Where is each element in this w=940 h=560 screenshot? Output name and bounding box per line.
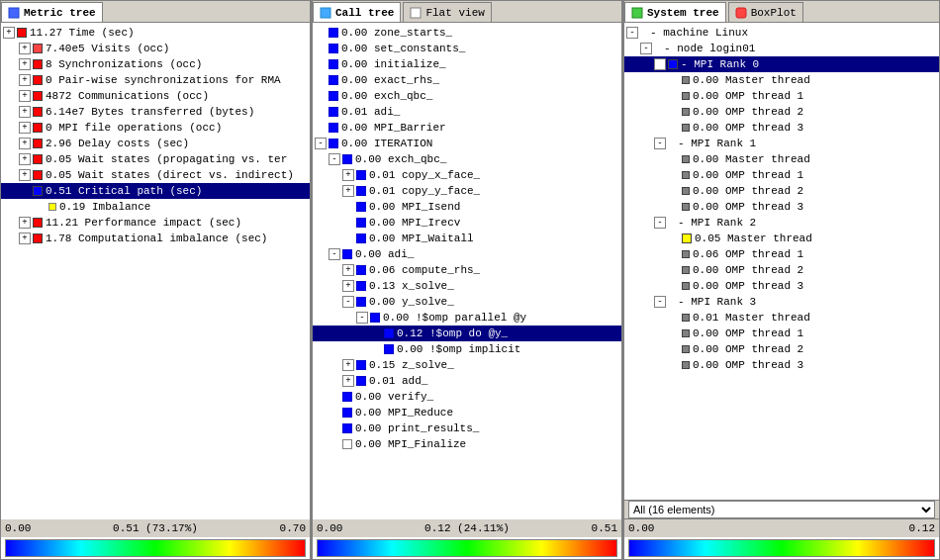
tree-item[interactable]: 0.01 adi_ [313,104,621,120]
tree-item[interactable]: -0.00 ITERATION [313,136,621,151]
expand-button[interactable]: + [342,169,354,181]
tree-item[interactable]: 0.00 exch_qbc_ [313,88,621,104]
expand-button[interactable]: + [19,233,31,244]
tree-item[interactable]: 0.00 MPI_Barrier [313,120,621,136]
expand-button[interactable]: - [315,138,327,149]
tree-item[interactable]: 0.00 verify_ [313,389,621,405]
tree-item[interactable]: 0.00 OMP thread 1 [624,88,939,104]
tree-item[interactable]: 0.00 set_constants_ [313,41,621,56]
tree-item[interactable]: 0.00 OMP thread 3 [624,357,939,373]
tree-item[interactable]: 0.00 OMP thread 2 [624,104,939,120]
tree-item[interactable]: +0.05 Wait states (propagating vs. ter [1,151,310,167]
expand-button[interactable]: + [19,58,31,70]
expand-button[interactable]: - [654,58,666,70]
tree-item[interactable]: 0.00 OMP thread 3 [624,199,939,215]
tree-item[interactable]: +1.78 Computational imbalance (sec) [1,231,310,246]
tree-item[interactable]: +0.15 z_solve_ [313,357,621,373]
tree-item[interactable]: 0.00 OMP thread 1 [624,167,939,183]
system-tree-content[interactable]: -- machine Linux-- node login01-- MPI Ra… [624,23,939,500]
tab-metric-tree[interactable]: Metric tree [1,2,103,22]
tree-item[interactable]: +0.13 x_solve_ [313,278,621,294]
tree-item[interactable]: +4872 Communications (occ) [1,88,310,104]
tree-item[interactable]: -- machine Linux [624,25,939,41]
expand-button[interactable]: + [3,27,15,39]
expand-button[interactable]: + [342,264,354,276]
tree-item[interactable]: 0.12 !$omp do @y_ [313,326,621,341]
tree-item[interactable]: +0 MPI file operations (occ) [1,120,310,136]
expand-button[interactable]: - [654,138,666,149]
elements-dropdown[interactable]: All (16 elements) [628,501,935,518]
tree-item[interactable]: +8 Synchronizations (occ) [1,56,310,72]
tree-item[interactable]: +0.01 copy_x_face_ [313,167,621,183]
tree-item[interactable]: 0.00 exact_rhs_ [313,72,621,88]
tree-item[interactable]: 0.00 OMP thread 3 [624,278,939,294]
tree-item[interactable]: -- node login01 [624,41,939,56]
tree-item[interactable]: 0.00 MPI_Irecv [313,215,621,231]
tree-item[interactable]: +6.14e7 Bytes transferred (bytes) [1,104,310,120]
tab-boxplot[interactable]: BoxPlot [728,2,803,22]
tree-item[interactable]: -- MPI Rank 2 [624,215,939,231]
tree-item[interactable]: +7.40e5 Visits (occ) [1,41,310,56]
expand-button[interactable]: + [19,43,31,54]
tree-item[interactable]: 0.06 OMP thread 1 [624,246,939,262]
tree-item[interactable]: 0.00 !$omp implicit [313,341,621,357]
expand-button[interactable]: - [329,153,340,165]
tree-item[interactable]: 0.01 Master thread [624,310,939,326]
expand-button[interactable]: + [19,169,31,181]
expand-button[interactable]: + [19,90,31,102]
tree-item[interactable]: -0.00 y_solve_ [313,294,621,310]
expand-button[interactable]: - [654,217,666,229]
tree-item[interactable]: 0.00 print_results_ [313,420,621,436]
expand-button[interactable]: + [19,106,31,118]
expand-button[interactable]: + [19,74,31,86]
expand-button[interactable]: + [342,280,354,292]
tree-item[interactable]: +0.05 Wait states (direct vs. indirect) [1,167,310,183]
expand-button[interactable]: + [19,122,31,134]
expand-button[interactable]: - [640,43,652,54]
tree-item[interactable]: -- MPI Rank 0 [624,56,939,72]
expand-button[interactable]: - [626,27,638,39]
tree-item[interactable]: +0.01 copy_y_face_ [313,183,621,199]
tree-item[interactable]: 0.00 initialize_ [313,56,621,72]
expand-button[interactable]: - [654,296,666,308]
tree-item[interactable]: 0.00 Master thread [624,151,939,167]
tree-item[interactable]: 0.05 Master thread [624,231,939,246]
tree-item[interactable]: -0.00 adi_ [313,246,621,262]
tab-flat-view[interactable]: Flat view [403,2,491,22]
expand-button[interactable]: + [342,185,354,197]
tree-item[interactable]: 0.00 zone_starts_ [313,25,621,41]
tree-item[interactable]: +11.21 Performance impact (sec) [1,215,310,231]
metric-tree-content[interactable]: +11.27 Time (sec)+7.40e5 Visits (occ)+8 … [1,23,310,519]
tree-item[interactable]: +0.06 compute_rhs_ [313,262,621,278]
tree-item[interactable]: 0.00 MPI_Reduce [313,405,621,420]
expand-button[interactable]: - [356,312,368,324]
expand-button[interactable]: + [19,153,31,165]
tree-item[interactable]: 0.00 OMP thread 2 [624,262,939,278]
tree-item[interactable]: 0.51 Critical path (sec) [1,183,310,199]
tree-item[interactable]: -0.00 exch_qbc_ [313,151,621,167]
tree-item[interactable]: 0.00 MPI_Waitall [313,231,621,246]
tree-item[interactable]: +0 Pair-wise synchronizations for RMA [1,72,310,88]
expand-button[interactable]: + [342,359,354,371]
expand-button[interactable]: + [19,138,31,149]
tab-call-tree[interactable]: Call tree [313,2,401,22]
expand-button[interactable]: - [342,296,354,308]
tree-item[interactable]: 0.19 Imbalance [1,199,310,215]
expand-button[interactable]: + [342,375,354,387]
tree-item[interactable]: -- MPI Rank 3 [624,294,939,310]
tree-item[interactable]: 0.00 MPI_Isend [313,199,621,215]
tree-item[interactable]: -- MPI Rank 1 [624,136,939,151]
tree-item[interactable]: 0.00 Master thread [624,72,939,88]
expand-button[interactable]: - [329,248,340,260]
tab-system-tree[interactable]: System tree [624,2,726,22]
tree-item[interactable]: +0.01 add_ [313,373,621,389]
tree-item[interactable]: +2.96 Delay costs (sec) [1,136,310,151]
tree-item[interactable]: 0.00 OMP thread 2 [624,183,939,199]
tree-item[interactable]: +11.27 Time (sec) [1,25,310,41]
tree-item[interactable]: 0.00 OMP thread 3 [624,120,939,136]
expand-button[interactable]: + [19,217,31,229]
tree-item[interactable]: -0.00 !$omp parallel @y [313,310,621,326]
tree-item[interactable]: 0.00 OMP thread 2 [624,341,939,357]
call-tree-content[interactable]: 0.00 zone_starts_0.00 set_constants_0.00… [313,23,621,519]
tree-item[interactable]: 0.00 OMP thread 1 [624,326,939,341]
